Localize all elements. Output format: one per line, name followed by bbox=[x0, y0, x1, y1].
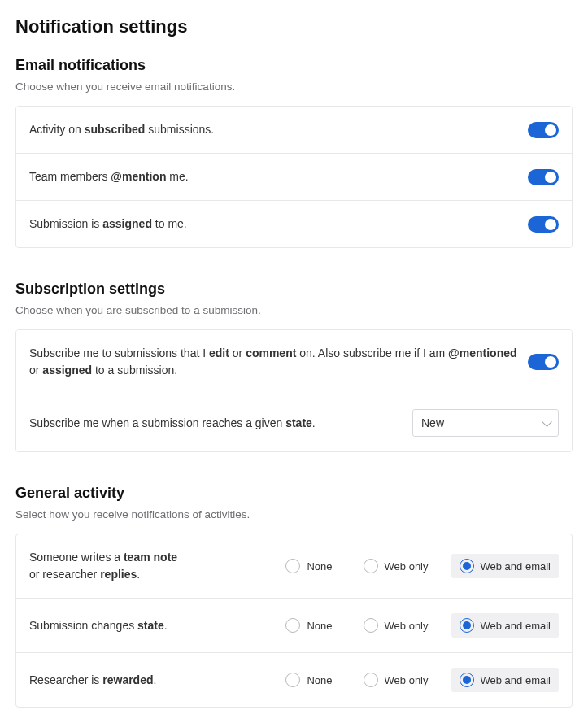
email-section: Email notifications Choose when you rece… bbox=[15, 57, 573, 248]
subscription-heading: Subscription settings bbox=[15, 281, 573, 298]
radio-option-label: None bbox=[307, 620, 332, 632]
radio-circle-icon bbox=[285, 618, 300, 633]
email-row: Activity on subscribed submissions. bbox=[16, 107, 572, 154]
email-toggle-1[interactable] bbox=[528, 169, 559, 185]
subscription-subtext: Choose when you are subscribed to a subm… bbox=[15, 304, 573, 316]
radio-group: NoneWeb onlyWeb and email bbox=[277, 554, 559, 578]
radio-group: NoneWeb onlyWeb and email bbox=[277, 668, 559, 692]
general-row: Researcher is rewarded.NoneWeb onlyWeb a… bbox=[16, 653, 572, 707]
email-toggle-2[interactable] bbox=[528, 216, 559, 233]
email-toggle-0[interactable] bbox=[528, 122, 559, 138]
radio-option-web only[interactable]: Web only bbox=[355, 668, 437, 692]
general-section: General activity Select how you receive … bbox=[15, 485, 573, 708]
radio-option-web and email[interactable]: Web and email bbox=[451, 668, 559, 692]
radio-option-label: None bbox=[307, 560, 332, 573]
subscription-row-state: Subscribe me when a submission reaches a… bbox=[16, 394, 572, 451]
radio-option-web only[interactable]: Web only bbox=[355, 613, 437, 638]
radio-option-none[interactable]: None bbox=[277, 554, 340, 578]
radio-option-none[interactable]: None bbox=[277, 668, 340, 692]
subscription-toggle-edit-comment[interactable] bbox=[528, 354, 559, 370]
radio-circle-icon bbox=[285, 559, 300, 573]
email-subtext: Choose when you receive email notificati… bbox=[15, 81, 573, 93]
general-subtext: Select how you receive notifications of … bbox=[15, 508, 573, 521]
page-title: Notification settings bbox=[15, 16, 573, 37]
state-select[interactable]: New bbox=[412, 409, 559, 437]
radio-option-web and email[interactable]: Web and email bbox=[451, 613, 559, 638]
radio-option-label: Web only bbox=[385, 560, 429, 573]
radio-circle-icon bbox=[460, 618, 474, 633]
radio-group: NoneWeb onlyWeb and email bbox=[277, 613, 559, 638]
subscription-row-edit-comment: Subscribe me to submissions that I edit … bbox=[16, 330, 572, 394]
radio-circle-icon bbox=[364, 618, 378, 633]
subscription-state-label: Subscribe me when a submission reaches a… bbox=[29, 415, 412, 432]
general-panel: Someone writes a team noteor researcher … bbox=[15, 534, 573, 708]
radio-option-label: Web and email bbox=[481, 560, 551, 573]
general-row: Submission changes state.NoneWeb onlyWeb… bbox=[16, 599, 572, 653]
radio-option-web only[interactable]: Web only bbox=[355, 554, 437, 578]
radio-circle-icon bbox=[460, 559, 474, 573]
radio-circle-icon bbox=[364, 559, 378, 573]
email-row-label: Team members @mention me. bbox=[29, 168, 528, 185]
email-row-label: Activity on subscribed submissions. bbox=[29, 121, 528, 138]
radio-circle-icon bbox=[364, 673, 378, 687]
email-row: Submission is assigned to me. bbox=[16, 201, 572, 247]
email-row: Team members @mention me. bbox=[16, 154, 572, 201]
subscription-section: Subscription settings Choose when you ar… bbox=[15, 281, 573, 452]
radio-option-label: Web only bbox=[385, 620, 429, 632]
general-row-label: Submission changes state. bbox=[29, 617, 277, 634]
radio-option-label: Web and email bbox=[481, 620, 551, 632]
general-row-label: Researcher is rewarded. bbox=[29, 672, 277, 689]
subscription-panel: Subscribe me to submissions that I edit … bbox=[15, 329, 573, 452]
email-heading: Email notifications bbox=[15, 57, 573, 74]
state-select-wrap: New bbox=[412, 409, 559, 437]
radio-option-label: None bbox=[307, 674, 332, 686]
email-row-label: Submission is assigned to me. bbox=[29, 216, 528, 233]
radio-option-none[interactable]: None bbox=[277, 613, 340, 638]
radio-circle-icon bbox=[460, 673, 474, 687]
general-heading: General activity bbox=[15, 485, 573, 502]
subscription-row-label: Subscribe me to submissions that I edit … bbox=[29, 345, 528, 379]
radio-option-label: Web only bbox=[385, 674, 429, 686]
radio-option-web and email[interactable]: Web and email bbox=[451, 554, 559, 578]
general-row-label: Someone writes a team noteor researcher … bbox=[29, 549, 277, 583]
general-row: Someone writes a team noteor researcher … bbox=[16, 534, 572, 599]
email-panel: Activity on subscribed submissions.Team … bbox=[15, 106, 573, 248]
radio-circle-icon bbox=[285, 673, 300, 687]
radio-option-label: Web and email bbox=[481, 674, 551, 686]
